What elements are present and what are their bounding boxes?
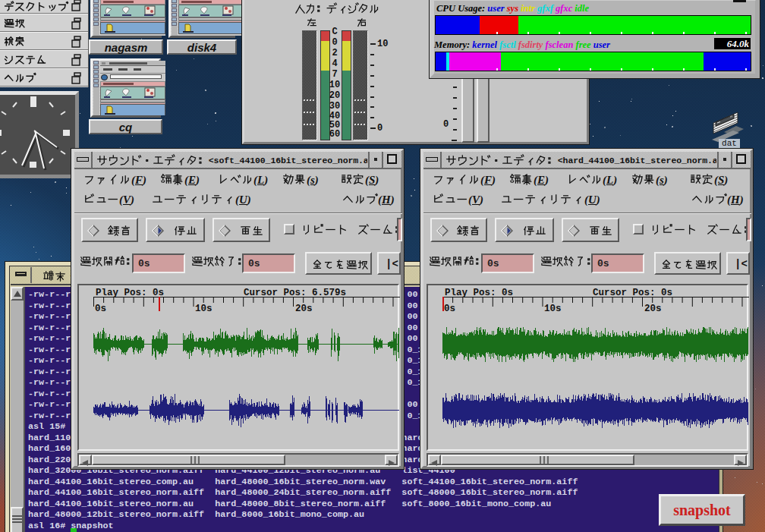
svg-text:20s: 20s [644,304,662,314]
svg-text:10s: 10s [544,304,562,314]
svg-text:10s: 10s [195,304,212,314]
svg-text:0s: 0s [444,304,455,314]
svg-text:0s: 0s [95,304,106,314]
svg-text:20s: 20s [295,304,313,314]
